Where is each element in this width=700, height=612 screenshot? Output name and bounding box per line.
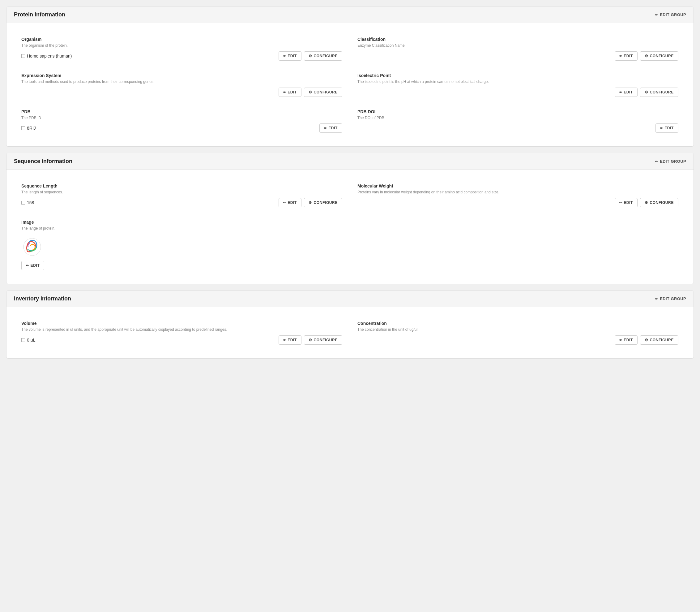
configure-label: CONFIGURE xyxy=(314,90,338,94)
field-value-row-classification: EDITCONFIGURE xyxy=(357,51,678,61)
field-label-organism: Organism xyxy=(22,37,342,42)
configure-label: CONFIGURE xyxy=(650,90,674,94)
field-label-classification: Classification xyxy=(357,37,678,42)
edit-button-expression-system[interactable]: EDIT xyxy=(278,87,301,97)
edit-button-pdb[interactable]: EDIT xyxy=(319,123,342,133)
pencil-icon xyxy=(619,200,623,205)
field-classification: ClassificationEnzyme Classification Name… xyxy=(350,31,686,67)
edit-label: EDIT xyxy=(624,90,633,94)
field-buttons-concentration: EDITCONFIGURE xyxy=(615,335,678,345)
configure-label: CONFIGURE xyxy=(650,54,674,58)
field-description-expression-system: The tools and methods used to produce pr… xyxy=(22,79,342,84)
field-checkbox-pdb[interactable] xyxy=(22,126,25,130)
configure-button-concentration[interactable]: CONFIGURE xyxy=(640,335,678,345)
field-value-row-image xyxy=(22,234,342,258)
field-value-volume: 0 μL xyxy=(22,337,35,343)
field-value-row-molecular-weight: EDITCONFIGURE xyxy=(357,198,678,207)
configure-button-volume[interactable]: CONFIGURE xyxy=(304,335,342,345)
protein-image-container xyxy=(22,234,342,258)
field-description-volume: The volume is represented in ul units, a… xyxy=(22,327,342,332)
field-value-text-organism: Homo sapiens (human) xyxy=(27,54,72,58)
edit-button-concentration[interactable]: EDIT xyxy=(615,335,638,345)
field-description-pdb-doi: The DOI of PDB xyxy=(357,115,678,121)
pencil-icon xyxy=(660,126,663,130)
edit-button-sequence-length[interactable]: EDIT xyxy=(278,198,301,207)
pencil-icon xyxy=(655,296,658,301)
field-molecular-weight: Molecular WeightProteins vary in molecul… xyxy=(350,177,686,213)
edit-button-volume[interactable]: EDIT xyxy=(278,335,301,345)
field-label-concentration: Concentration xyxy=(357,321,678,326)
field-description-classification: Enzyme Classification Name xyxy=(357,43,678,48)
field-checkbox-organism[interactable] xyxy=(22,54,25,58)
field-checkbox-sequence-length[interactable] xyxy=(22,201,25,205)
edit-label: EDIT xyxy=(665,126,674,130)
field-label-image: Image xyxy=(22,220,342,225)
svg-point-0 xyxy=(24,238,41,255)
gear-icon xyxy=(309,54,312,58)
gear-icon xyxy=(645,54,648,58)
edit-button-organism[interactable]: EDIT xyxy=(278,51,301,61)
section-header-protein-information: Protein informationEDIT GROUP xyxy=(6,6,694,23)
field-value-row-expression-system: EDITCONFIGURE xyxy=(22,87,342,97)
field-label-pdb-doi: PDB DOI xyxy=(357,109,678,114)
pencil-icon xyxy=(655,12,658,17)
edit-button-classification[interactable]: EDIT xyxy=(615,51,638,61)
field-description-concentration: The concentration in the unit of ug/ul. xyxy=(357,327,678,332)
edit-button-isoelectric-point[interactable]: EDIT xyxy=(615,87,638,97)
gear-icon xyxy=(645,338,648,342)
section-body-protein-information: OrganismThe organism of the protein.Homo… xyxy=(6,23,694,147)
field-value-pdb: 8RIJ xyxy=(22,126,36,130)
field-value-sequence-length: 158 xyxy=(22,200,34,205)
field-label-molecular-weight: Molecular Weight xyxy=(357,183,678,189)
field-image: ImageThe iange of protein. EDIT xyxy=(14,213,350,276)
section-header-sequence-information: Sequence informationEDIT GROUP xyxy=(6,153,694,170)
edit-label: EDIT xyxy=(624,54,633,58)
field-description-sequence-length: The length of sequences. xyxy=(22,190,342,195)
edit-label: EDIT xyxy=(624,200,633,205)
field-value-text-volume: 0 μL xyxy=(27,337,35,343)
field-description-isoelectric-point: The isoelectric point is the pH at which… xyxy=(357,79,678,84)
pencil-icon xyxy=(655,159,658,164)
edit-label: EDIT xyxy=(288,54,297,58)
field-buttons-isoelectric-point: EDITCONFIGURE xyxy=(615,87,678,97)
edit-button-molecular-weight[interactable]: EDIT xyxy=(615,198,638,207)
field-buttons-pdb-doi: EDIT xyxy=(656,123,678,133)
section-body-sequence-information: Sequence LengthThe length of sequences.1… xyxy=(6,170,694,284)
edit-button-image[interactable]: EDIT xyxy=(22,261,44,270)
field-concentration: ConcentrationThe concentration in the un… xyxy=(350,315,686,351)
field-buttons-pdb: EDIT xyxy=(319,123,342,133)
edit-label: EDIT xyxy=(288,338,297,342)
edit-group-button-sequence-information[interactable]: EDIT GROUP xyxy=(655,159,686,164)
field-value-organism: Homo sapiens (human) xyxy=(22,54,72,58)
field-description-organism: The organism of the protein. xyxy=(22,43,342,48)
configure-label: CONFIGURE xyxy=(314,200,338,205)
configure-label: CONFIGURE xyxy=(314,54,338,58)
field-buttons-classification: EDITCONFIGURE xyxy=(615,51,678,61)
field-buttons-sequence-length: EDITCONFIGURE xyxy=(278,198,342,207)
field-buttons-molecular-weight: EDITCONFIGURE xyxy=(615,198,678,207)
edit-group-button-protein-information[interactable]: EDIT GROUP xyxy=(655,12,686,17)
edit-button-pdb-doi[interactable]: EDIT xyxy=(656,123,678,133)
edit-label: EDIT xyxy=(328,126,338,130)
field-value-text-pdb: 8RIJ xyxy=(27,126,36,130)
gear-icon xyxy=(645,90,648,94)
field-value-row-concentration: EDITCONFIGURE xyxy=(357,335,678,345)
field-value-row-isoelectric-point: EDITCONFIGURE xyxy=(357,87,678,97)
configure-button-organism[interactable]: CONFIGURE xyxy=(304,51,342,61)
field-checkbox-volume[interactable] xyxy=(22,338,25,342)
edit-group-label: EDIT GROUP xyxy=(660,12,686,17)
section-sequence-information: Sequence informationEDIT GROUPSequence L… xyxy=(6,153,694,284)
configure-button-classification[interactable]: CONFIGURE xyxy=(640,51,678,61)
section-protein-information: Protein informationEDIT GROUPOrganismThe… xyxy=(6,6,694,147)
configure-button-expression-system[interactable]: CONFIGURE xyxy=(304,87,342,97)
edit-label: EDIT xyxy=(288,90,297,94)
configure-button-molecular-weight[interactable]: CONFIGURE xyxy=(640,198,678,207)
field-value-row-volume: 0 μLEDITCONFIGURE xyxy=(22,335,342,345)
edit-group-button-inventory-information[interactable]: EDIT GROUP xyxy=(655,296,686,301)
field-description-image: The iange of protein. xyxy=(22,226,342,231)
field-volume: VolumeThe volume is represented in ul un… xyxy=(14,315,350,351)
configure-button-isoelectric-point[interactable]: CONFIGURE xyxy=(640,87,678,97)
configure-label: CONFIGURE xyxy=(650,338,674,342)
configure-button-sequence-length[interactable]: CONFIGURE xyxy=(304,198,342,207)
pencil-icon xyxy=(26,263,29,268)
